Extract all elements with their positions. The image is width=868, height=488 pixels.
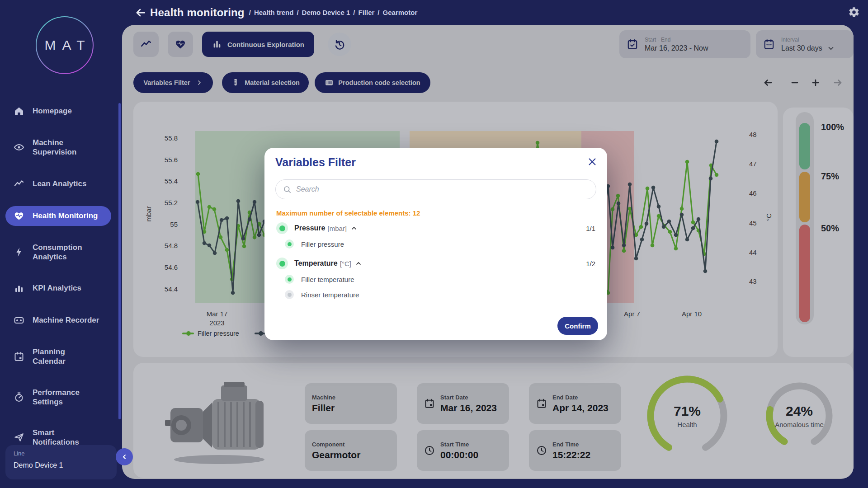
sidebar-item-kpi-analytics[interactable]: KPI Analytics [0, 278, 118, 298]
selection-dot-inner [279, 225, 285, 231]
sidebar-item-machine-supervision[interactable]: Machine Supervision [0, 133, 118, 162]
group-count: 1/2 [586, 260, 595, 267]
selection-dot[interactable] [276, 258, 288, 269]
device-card[interactable]: Line Demo Device 1 [5, 445, 117, 479]
chevron-up-icon[interactable] [355, 260, 362, 267]
variable-label: Filler temperature [301, 276, 354, 283]
breadcrumb-separator: / [353, 9, 355, 16]
chevron-up-icon[interactable] [350, 225, 358, 232]
sidebar-item-label: Consumption Analytics [33, 243, 108, 262]
breadcrumb-item[interactable]: Demo Device 1 [302, 9, 350, 16]
sidebar-item-label: Machine Supervision [33, 138, 108, 157]
send-icon [14, 432, 24, 443]
trend-icon [14, 178, 24, 189]
variables-tree: Pressure[mbar]1/1Filler pressureTemperat… [275, 220, 596, 302]
device-line-value: Demo Device 1 [14, 461, 108, 469]
selection-dot-inner [288, 242, 292, 246]
variable-item-rinser-temperature[interactable]: Rinser temperature [275, 287, 596, 302]
selection-dot[interactable] [285, 290, 294, 299]
sidebar-item-label: Smart Notifications [33, 428, 108, 447]
home-icon [14, 106, 24, 117]
settings-gear-icon[interactable] [848, 6, 860, 18]
sidebar-item-lean-analytics[interactable]: Lean Analytics [0, 174, 118, 194]
sidebar-item-label: Homepage [33, 106, 108, 116]
modal-title: Variables Filter [275, 156, 356, 169]
search-icon [283, 185, 292, 194]
sidebar-item-label: KPI Analytics [33, 283, 108, 293]
bars-icon [14, 283, 24, 294]
breadcrumb: /Health trend/Demo Device 1/Filler/Gearm… [249, 9, 417, 16]
selection-dot[interactable] [285, 275, 294, 284]
sidebar-item-label: Health Monitoring [33, 211, 108, 221]
selection-dot-inner [288, 293, 292, 297]
breadcrumb-item[interactable]: Filler [359, 9, 375, 16]
close-icon[interactable] [587, 157, 597, 167]
top-header: Health monitoring /Health trend/Demo Dev… [122, 0, 868, 25]
group-name: Pressure [294, 224, 326, 232]
group-unit: [mbar] [328, 225, 347, 232]
variable-group-pressure[interactable]: Pressure[mbar]1/1 [275, 220, 596, 236]
back-arrow-icon[interactable] [135, 7, 146, 19]
page-title: Health monitoring [150, 6, 245, 19]
selection-dot-inner [279, 261, 285, 267]
breadcrumb-item[interactable]: Health trend [254, 9, 294, 16]
chevron-left-icon [121, 453, 128, 460]
sidebar-item-machine-recorder[interactable]: Machine Recorder [0, 310, 118, 330]
selection-dot[interactable] [276, 222, 288, 234]
calendar-icon [14, 351, 24, 362]
sidebar-item-health-monitoring[interactable]: Health Monitoring [5, 206, 111, 226]
confirm-button[interactable]: Confirm [557, 317, 598, 335]
sidebar-item-planning-calendar[interactable]: Planning Calendar [0, 343, 118, 371]
max-elements-note: Maximum number of selectable elements: 1… [276, 209, 420, 217]
eye-icon [14, 142, 24, 153]
selection-dot-inner [288, 277, 292, 282]
app-logo: MAT [35, 15, 94, 75]
sidebar-scrollbar[interactable] [118, 103, 121, 419]
search-input[interactable] [296, 185, 589, 193]
device-line-label: Line [14, 450, 108, 457]
breadcrumb-item[interactable]: Gearmotor [383, 9, 418, 16]
breadcrumb-separator: / [377, 9, 379, 16]
sidebar-item-label: Machine Recorder [33, 315, 108, 325]
group-count: 1/1 [586, 225, 595, 232]
heart-icon [14, 211, 24, 221]
selection-dot[interactable] [285, 239, 294, 249]
recorder-icon [14, 315, 24, 326]
variable-item-filler-temperature[interactable]: Filler temperature [275, 272, 596, 287]
sidebar-item-performance-settings[interactable]: Performance Settings [0, 383, 118, 412]
group-unit: [°C] [340, 260, 351, 267]
logo-text: MAT [35, 15, 94, 75]
variable-group-temperature[interactable]: Temperature[°C]1/2 [275, 255, 596, 272]
sidebar-item-label: Performance Settings [33, 388, 108, 407]
variable-item-filler-pressure[interactable]: Filler pressure [275, 236, 596, 252]
sidebar-item-label: Planning Calendar [33, 347, 108, 366]
variables-filter-modal: Variables Filter Maximum number of selec… [264, 148, 607, 340]
breadcrumb-separator: / [249, 9, 251, 16]
modal-search [275, 179, 596, 199]
sidebar: MAT HomepageMachine SupervisionLean Anal… [0, 0, 122, 488]
stopwatch-icon [14, 392, 24, 403]
variable-label: Rinser temperature [301, 291, 359, 299]
sidebar-item-label: Lean Analytics [33, 179, 108, 188]
sidebar-item-homepage[interactable]: Homepage [0, 101, 118, 121]
group-name: Temperature [294, 259, 338, 267]
sidebar-menu: HomepageMachine SupervisionLean Analytic… [0, 101, 118, 484]
variable-label: Filler pressure [301, 240, 344, 248]
sidebar-collapse-button[interactable] [116, 448, 133, 465]
bolt-icon [14, 247, 24, 258]
sidebar-item-consumption-analytics[interactable]: Consumption Analytics [0, 238, 118, 267]
breadcrumb-separator: / [297, 9, 298, 16]
